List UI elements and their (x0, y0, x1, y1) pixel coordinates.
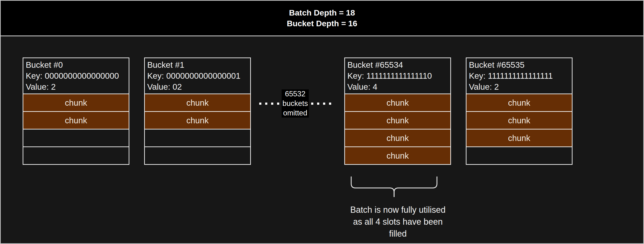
banner-batch-depth: Batch Depth = 18 (289, 8, 355, 18)
bucket-slot-chunk: chunk (23, 111, 129, 129)
caption-line-1: Batch is now fully utilised (341, 204, 455, 216)
bucket: Bucket #0Key: 0000000000000000Value: 2ch… (23, 58, 129, 165)
bucket-key: Key: 0000000000000001 (147, 70, 249, 81)
dot (277, 103, 279, 105)
bucket-slot-chunk: chunk (466, 94, 572, 111)
bucket-value: Value: 4 (347, 81, 449, 92)
omitted-count: 65532 (285, 89, 306, 99)
title-banner: Batch Depth = 18 Bucket Depth = 16 (1, 1, 643, 36)
dot (311, 103, 313, 105)
bucket: Bucket #1Key: 0000000000000001Value: 02c… (144, 58, 251, 165)
bucket-slot-empty (23, 146, 129, 164)
bucket-slot-chunk: chunk (345, 94, 450, 111)
bucket-title: Bucket #0 (26, 59, 127, 70)
bucket-slot-chunk: chunk (23, 94, 129, 111)
bucket-head: Bucket #0Key: 0000000000000000Value: 2 (23, 58, 129, 94)
dot (329, 103, 331, 105)
dot (317, 103, 319, 105)
caption-line-2: as all 4 slots have been (341, 216, 455, 228)
bucket-slot-empty (145, 146, 250, 164)
bucket-value: Value: 2 (26, 81, 127, 92)
bucket-key: Key: 0000000000000000 (26, 70, 127, 81)
bucket-slot-empty (23, 129, 129, 146)
bucket-slot-chunk: chunk (145, 111, 250, 129)
bucket: Bucket #65535Key: 1111111111111111Value:… (466, 58, 572, 165)
bucket-slot-chunk: chunk (466, 129, 572, 146)
bucket-slot-chunk: chunk (345, 129, 450, 146)
batch-full-caption: Batch is now fully utilised as all 4 slo… (341, 204, 455, 240)
bucket-slot-empty (145, 129, 250, 146)
dotted-line-right (311, 103, 331, 105)
dot (259, 103, 261, 105)
omitted-buckets-indicator: 65532 buckets omitted (259, 89, 331, 118)
bucket-title: Bucket #65534 (347, 59, 449, 70)
caption-line-3: filled (341, 228, 455, 240)
bucket-slot-chunk: chunk (345, 111, 450, 129)
bucket-head: Bucket #65535Key: 1111111111111111Value:… (466, 58, 572, 94)
banner-bucket-depth: Bucket Depth = 16 (287, 18, 358, 29)
bucket-key: Key: 1111111111111110 (347, 70, 449, 81)
diagram-canvas: Batch Depth = 18 Bucket Depth = 16 Bucke… (0, 0, 644, 244)
bucket-value: Value: 2 (469, 81, 570, 92)
bucket-head: Bucket #1Key: 0000000000000001Value: 02 (145, 58, 250, 94)
omitted-word-buckets: buckets (282, 99, 308, 108)
bucket-key: Key: 1111111111111111 (469, 70, 570, 81)
bucket-slot-chunk: chunk (145, 94, 250, 111)
bucket-slot-chunk: chunk (345, 146, 450, 164)
dot (265, 103, 267, 105)
omitted-buckets-label: 65532 buckets omitted (282, 89, 309, 118)
bucket-slot-chunk: chunk (466, 111, 572, 129)
diagram-area: Bucket #0Key: 0000000000000000Value: 2ch… (1, 37, 643, 243)
bucket-head: Bucket #65534Key: 1111111111111110Value:… (345, 58, 450, 94)
bucket-title: Bucket #65535 (469, 59, 570, 70)
dot (323, 103, 325, 105)
bucket-title: Bucket #1 (147, 59, 249, 70)
bucket-slot-empty (466, 146, 572, 164)
bucket-value: Value: 02 (147, 81, 249, 92)
omitted-word-omitted: omitted (283, 108, 307, 118)
curly-brace (351, 176, 438, 198)
dot (271, 103, 273, 105)
bucket: Bucket #65534Key: 1111111111111110Value:… (344, 58, 451, 165)
dotted-line-left (259, 103, 279, 105)
